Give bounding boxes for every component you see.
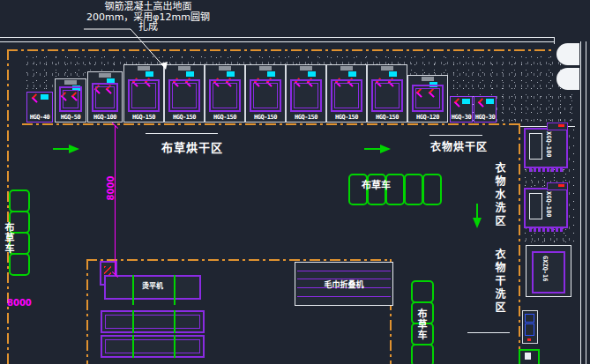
equipment-mark bbox=[527, 338, 531, 341]
washer-machine: XGQ-100 bbox=[524, 188, 568, 228]
vent-cap-icon bbox=[340, 66, 353, 71]
linen-cart bbox=[411, 280, 434, 303]
linen-cart bbox=[411, 344, 434, 364]
cart-label-bottom: 布草车 bbox=[414, 308, 428, 340]
boundary-corridor-right bbox=[519, 123, 520, 364]
cart-label-center: 布草车 bbox=[362, 177, 391, 191]
cad-drawing: 钢筋混凝土高出地面 200mm，采用φ12mm圆钢 扎成 HGQ-40HGQ-5… bbox=[0, 0, 590, 364]
door-leaf-icon bbox=[556, 68, 579, 90]
vent-cap-icon bbox=[178, 66, 190, 71]
table-tick bbox=[132, 335, 134, 358]
small-equipment bbox=[522, 310, 538, 344]
wall-top-inner bbox=[0, 41, 554, 42]
flow-arrowhead-icon bbox=[69, 145, 79, 153]
underline-linen-drying bbox=[146, 133, 218, 134]
machine-label: HGQ-150 bbox=[368, 114, 407, 121]
cart-label-left: 布草车 bbox=[1, 222, 15, 254]
wall-right-outer bbox=[580, 41, 581, 364]
construction-note: 钢筋混凝土高出地面 200mm，采用φ12mm圆钢 扎成 bbox=[78, 2, 219, 33]
dryer-machine: HGQ-150 bbox=[245, 64, 286, 123]
zone-label-clothes-washing: 衣物水洗区 bbox=[492, 162, 507, 228]
valve-box-icon bbox=[547, 123, 568, 130]
dry-clean-machine: GXZQ-16 bbox=[532, 251, 565, 293]
dryer-machine: HGQ-150 bbox=[326, 64, 367, 123]
drum-outline bbox=[168, 79, 200, 112]
drum-outline bbox=[59, 86, 82, 112]
dimension-text-horizontal: 8000 bbox=[7, 298, 32, 308]
machine-label: HGQ-150 bbox=[165, 114, 204, 121]
machine-label: XGQ-100 bbox=[545, 191, 552, 218]
valve-box-icon bbox=[547, 182, 568, 190]
ironer-machine: 烫平机 bbox=[104, 275, 201, 300]
dryer-machine: HGQ-50 bbox=[55, 78, 86, 123]
vent-cap-icon bbox=[64, 80, 77, 85]
table-tick bbox=[132, 310, 134, 333]
machine-label: HGQ-40 bbox=[27, 114, 52, 121]
table-tick bbox=[174, 335, 176, 358]
control-box-icon bbox=[186, 71, 194, 77]
dryer-machine: HGQ-120 bbox=[407, 75, 448, 123]
drum-outline bbox=[250, 79, 281, 112]
folder-line bbox=[297, 271, 391, 271]
dryer-machine: HGQ-150 bbox=[205, 64, 245, 123]
control-box-icon bbox=[486, 99, 494, 104]
machine-label: HGQ-30 bbox=[474, 114, 496, 121]
vent-cap-icon bbox=[99, 73, 111, 78]
door-outline bbox=[529, 193, 542, 219]
equipment-detail bbox=[525, 323, 534, 336]
dryer-machine: HGQ-30 bbox=[450, 96, 473, 123]
ironer-table bbox=[101, 310, 205, 333]
bin-mark bbox=[525, 353, 531, 360]
washer-machine: XGQ-100 bbox=[524, 128, 568, 168]
machine-label: HGQ-120 bbox=[408, 114, 447, 121]
vent-cap-icon bbox=[219, 66, 231, 71]
control-box-icon bbox=[308, 71, 316, 77]
machine-label: XGQ-100 bbox=[545, 131, 552, 158]
machine-feet bbox=[529, 227, 563, 232]
drum-outline bbox=[412, 85, 444, 112]
dryer-machine: HGQ-40 bbox=[26, 92, 53, 123]
table-inner bbox=[105, 315, 200, 329]
zone-label-linen-drying: 布草烘干区 bbox=[161, 138, 223, 155]
control-box-icon bbox=[462, 99, 470, 104]
drum-outline bbox=[371, 79, 403, 112]
folder-line bbox=[297, 296, 391, 297]
boundary-ironing-left bbox=[86, 259, 88, 364]
drum-outline bbox=[290, 79, 322, 112]
machine-label: HGQ-150 bbox=[287, 114, 325, 121]
underline-clothes-drying bbox=[429, 135, 482, 136]
drum-outline bbox=[209, 79, 241, 112]
linen-cart bbox=[404, 174, 423, 205]
wall-right-inner bbox=[586, 41, 586, 364]
vent-cap-icon bbox=[422, 77, 434, 81]
vent-cap-icon bbox=[381, 66, 393, 71]
dryer-machine: HGQ-150 bbox=[286, 64, 326, 123]
note-line-1: 钢筋混凝土高出地面 bbox=[78, 2, 219, 12]
vent-cap-icon bbox=[300, 66, 312, 71]
machine-label: HGQ-100 bbox=[88, 114, 122, 121]
machine-label: 毛巾折叠机 bbox=[295, 279, 392, 290]
note-line-3: 扎成 bbox=[78, 22, 219, 33]
dryer-machine: HGQ-150 bbox=[367, 64, 407, 123]
dimension-text-vertical: 8000 bbox=[106, 176, 116, 201]
boundary-strip-bottom bbox=[22, 123, 519, 125]
linen-cart bbox=[422, 174, 442, 205]
boundary-ironing-top bbox=[86, 259, 392, 261]
control-box-icon bbox=[389, 71, 397, 77]
flow-arrowhead-icon bbox=[380, 145, 391, 153]
machine-label: HGQ-150 bbox=[205, 114, 244, 121]
linen-cart bbox=[9, 253, 30, 276]
boundary-top bbox=[7, 49, 554, 51]
control-box-icon bbox=[41, 94, 49, 100]
dry-clean-room: GXZQ-16 bbox=[526, 245, 571, 297]
control-box-icon bbox=[146, 71, 153, 77]
machine-label: HGQ-150 bbox=[246, 114, 285, 121]
machine-label: HGQ-50 bbox=[56, 114, 86, 121]
table-tick bbox=[174, 310, 176, 333]
control-box-icon bbox=[348, 71, 356, 77]
ironer-tick bbox=[132, 275, 134, 305]
machine-feet bbox=[529, 167, 563, 172]
door-jamb-left bbox=[554, 37, 555, 44]
dryer-machine: HGQ-150 bbox=[164, 64, 205, 123]
control-box-icon bbox=[227, 71, 235, 77]
